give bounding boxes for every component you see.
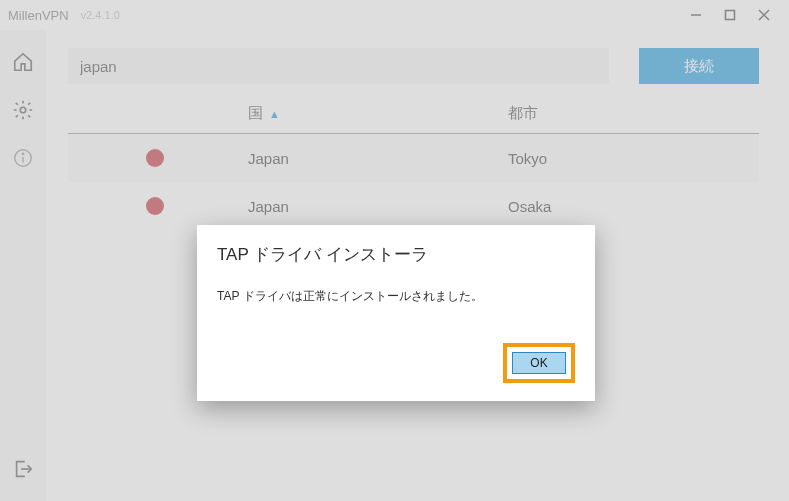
dialog-title: TAP ドライバ インストーラ: [217, 243, 575, 266]
ok-button[interactable]: OK: [512, 352, 566, 374]
dialog-message: TAP ドライバは正常にインストールされました。: [217, 288, 575, 305]
ok-highlight-box: OK: [503, 343, 575, 383]
tap-driver-dialog: TAP ドライバ インストーラ TAP ドライバは正常にインストールされました。…: [197, 225, 595, 401]
